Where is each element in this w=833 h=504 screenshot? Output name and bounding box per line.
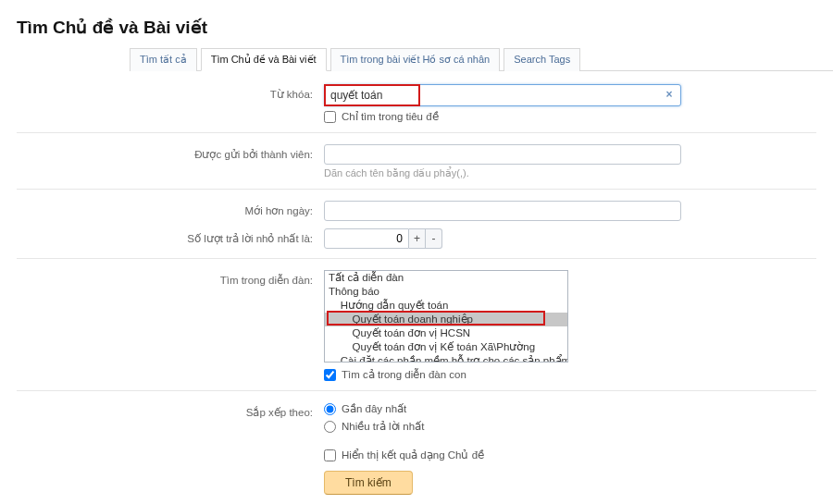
keyword-input[interactable]: [324, 84, 681, 106]
tab-1[interactable]: Tìm Chủ đề và Bài viết: [201, 48, 327, 71]
as-threads-label: Hiển thị kết quả dạng Chủ đề: [342, 449, 484, 461]
min-replies-increase-button[interactable]: +: [409, 228, 426, 249]
forum-option[interactable]: Cài đặt các phần mềm hỗ trợ cho các sản …: [325, 354, 567, 362]
member-label: Được gửi bởi thành viên:: [17, 144, 324, 161]
as-threads-checkbox[interactable]: [324, 449, 336, 461]
forum-option[interactable]: Tất cả diễn đàn: [325, 271, 567, 285]
forums-label: Tìm trong diễn đàn:: [17, 270, 324, 287]
sort-radio-0[interactable]: [324, 403, 336, 415]
search-children-checkbox[interactable]: [324, 369, 336, 381]
forum-option[interactable]: Quyết toán đơn vị HCSN: [325, 326, 567, 340]
member-hint: Dãn cách tên bằng dấu phẩy(,).: [324, 167, 694, 179]
divider: [17, 390, 816, 391]
divider: [17, 189, 816, 190]
titles-only-checkbox[interactable]: [324, 111, 336, 123]
sort-radio-label: Gần đây nhất: [342, 402, 406, 415]
tab-0[interactable]: Tìm tất cả: [130, 48, 197, 71]
search-children-label: Tìm cả trong diễn đàn con: [342, 368, 466, 381]
clear-keyword-icon[interactable]: ×: [663, 88, 676, 101]
tab-2[interactable]: Tìm trong bài viết Hồ sơ cá nhân: [330, 48, 501, 71]
forum-option[interactable]: Quyết toán doanh nghiệp: [325, 313, 567, 326]
min-replies-input[interactable]: [324, 228, 409, 249]
forum-option[interactable]: Thông báo: [325, 285, 567, 299]
sort-label: Sắp xếp theo:: [17, 402, 324, 419]
search-submit-button[interactable]: Tìm kiếm: [324, 471, 413, 495]
forum-select[interactable]: Tất cả diễn đànThông báo Hướng dẫn quyết…: [324, 270, 568, 363]
sort-radio-label: Nhiều trả lời nhất: [342, 420, 424, 433]
keyword-label: Từ khóa:: [17, 84, 324, 101]
page-title: Tìm Chủ đề và Bài viết: [17, 17, 833, 38]
forum-option[interactable]: Hướng dẫn quyết toán: [325, 299, 567, 313]
search-form: Từ khóa: × Chỉ tìm trong tiêu đề Được gử…: [17, 71, 816, 495]
min-replies-decrease-button[interactable]: -: [426, 228, 442, 249]
min-replies-label: Số lượt trả lời nhỏ nhất là:: [17, 228, 324, 245]
member-input[interactable]: [324, 144, 681, 165]
divider: [17, 258, 816, 259]
tab-bar: Tìm tất cảTìm Chủ đề và Bài viếtTìm tron…: [130, 47, 833, 71]
newer-than-input[interactable]: [324, 201, 681, 221]
sort-radio-1[interactable]: [324, 421, 336, 433]
forum-option[interactable]: Quyết toán đơn vị Kế toán Xã\Phường: [325, 340, 567, 354]
tab-3[interactable]: Search Tags: [504, 48, 580, 71]
newer-than-label: Mới hơn ngày:: [17, 201, 324, 217]
titles-only-label: Chỉ tìm trong tiêu đề: [342, 110, 439, 123]
divider: [17, 132, 816, 133]
